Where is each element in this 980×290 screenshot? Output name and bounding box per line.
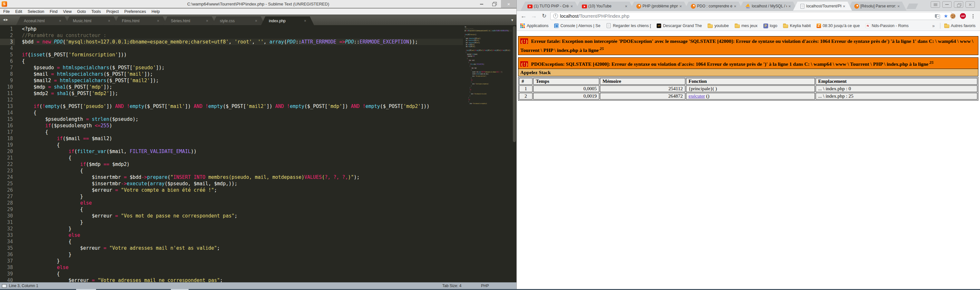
line-number: 12 bbox=[0, 97, 15, 103]
code-line: $erreur = "Votre adresses mail n'est as … bbox=[22, 245, 463, 251]
tab-list-button[interactable] bbox=[931, 1, 940, 8]
function-link[interactable]: exécuter bbox=[689, 93, 705, 98]
stack-column-header: # bbox=[519, 78, 533, 85]
tab-close-icon[interactable]: × bbox=[206, 19, 208, 23]
bookmark-item[interactable]: logo bbox=[764, 23, 778, 29]
code-line: $pseudolength = strlen($pseudo); bbox=[22, 116, 463, 122]
code-line: } bbox=[22, 251, 463, 258]
bookmark-item[interactable]: youtube bbox=[708, 23, 729, 28]
tab-close-icon[interactable]: × bbox=[59, 19, 61, 23]
code-area[interactable]: <?php//Paramètre au constructeur :$bdd =… bbox=[22, 26, 463, 282]
menu-item-file[interactable]: File bbox=[3, 10, 10, 14]
tab-close-icon[interactable]: × bbox=[108, 19, 110, 23]
menu-item-selection[interactable]: Selection bbox=[28, 10, 44, 14]
tab-close-icon[interactable]: × bbox=[625, 4, 627, 9]
menu-item-view[interactable]: View bbox=[63, 10, 72, 14]
close-button[interactable]: × bbox=[501, 0, 516, 8]
bookmarks-overflow-icon[interactable]: » bbox=[932, 23, 935, 29]
menu-item-preferences[interactable]: Preferences bbox=[124, 10, 146, 14]
browser-tab[interactable]: (10) YouTube× bbox=[575, 2, 634, 11]
bookmark-item[interactable]: Regarder les chiens [ bbox=[606, 23, 651, 28]
forward-button[interactable]: → bbox=[530, 11, 538, 21]
minimize-button[interactable] bbox=[942, 1, 951, 8]
editor-tab-music.html[interactable]: Music.html× bbox=[65, 16, 118, 25]
editor-tab-films.html[interactable]: Films.html× bbox=[114, 16, 167, 25]
bookmark-item[interactable]: Applications bbox=[520, 23, 548, 29]
browser-tab[interactable]: PHP (problème phpm× bbox=[630, 2, 689, 11]
sublime-titlebar[interactable]: S C:\wamp64\www\Tourrent\PHP\index.php -… bbox=[0, 0, 516, 8]
browser-tab[interactable]: [Résolu] Parse error: s× bbox=[848, 2, 907, 11]
tab-close-icon[interactable]: × bbox=[679, 4, 682, 9]
bookmark-item[interactable]: 08:30 jusqu'à ce que bbox=[816, 23, 860, 28]
youtube-icon bbox=[582, 5, 587, 8]
vintage-mode-icon[interactable] bbox=[2, 284, 6, 288]
address-bar[interactable]: localhost/Tourrent/PHP/index.php bbox=[550, 12, 952, 20]
tab-size-indicator[interactable]: Tab Size: 4 bbox=[442, 284, 461, 288]
sublime-menubar: FileEditSelectionFindViewGotoToolsProjec… bbox=[0, 8, 516, 14]
line-number: 38 bbox=[0, 264, 15, 271]
bookmark-item[interactable]: Console | Aternos | Se bbox=[554, 23, 600, 28]
scrollbar-thumb[interactable] bbox=[513, 26, 516, 142]
minimap[interactable]: <?php//Paramètre au constructeur :$bdd =… bbox=[465, 26, 512, 282]
bookmark-item[interactable]: Nds-Passion - Roms bbox=[865, 23, 909, 28]
bookmark-label: Applications bbox=[527, 24, 548, 28]
restore-button[interactable] bbox=[488, 0, 501, 8]
chrome-menu-icon[interactable] bbox=[970, 14, 975, 19]
code-editor[interactable]: 1234567891011121314151617181920212223242… bbox=[0, 25, 516, 282]
code-line: $mdp = sha1($_POST['mdp']); bbox=[22, 84, 463, 90]
translate-icon[interactable] bbox=[935, 14, 940, 19]
tab-scroll-arrows-icon[interactable]: ◀▶ bbox=[3, 18, 9, 21]
code-line: } bbox=[22, 258, 463, 264]
editor-tab-index.php[interactable]: index.php× bbox=[261, 16, 314, 25]
browser-tab[interactable]: (1) TUTO PHP - Crée× bbox=[520, 2, 580, 11]
adblock-extension-icon[interactable] bbox=[960, 13, 966, 19]
minimize-button[interactable] bbox=[475, 0, 488, 8]
other-bookmarks-button[interactable]: Autres favoris bbox=[944, 23, 975, 28]
browser-tab[interactable]: localhost / MySQL / e× bbox=[738, 2, 797, 11]
line-number: 37 bbox=[0, 258, 15, 264]
stack-time: 0,0019 bbox=[533, 93, 599, 100]
page-info-icon[interactable] bbox=[553, 14, 558, 18]
page-content: ( ! )Erreur fatale: Exception non interc… bbox=[517, 31, 980, 289]
menu-item-help[interactable]: Help bbox=[151, 10, 160, 14]
restore-button[interactable] bbox=[954, 1, 963, 8]
editor-tab-style.css[interactable]: style.css× bbox=[212, 16, 265, 25]
menu-item-tools[interactable]: Tools bbox=[91, 10, 100, 14]
url-text[interactable]: localhost/Tourrent/PHP/index.php bbox=[560, 14, 629, 19]
new-tab-button[interactable] bbox=[907, 3, 918, 9]
stack-function: {principale}( ) bbox=[686, 86, 815, 92]
tab-close-icon[interactable]: × bbox=[788, 4, 791, 9]
menu-item-goto[interactable]: Goto bbox=[77, 10, 86, 14]
tab-close-icon[interactable]: × bbox=[570, 4, 573, 9]
tab-close-icon[interactable]: × bbox=[734, 4, 736, 9]
menu-item-edit[interactable]: Edit bbox=[15, 10, 22, 14]
bookmark-item[interactable]: Keylia habit bbox=[783, 23, 811, 28]
browser-tab[interactable]: localhost/Tourrent/PH× bbox=[793, 2, 852, 11]
editor-tab-séries.html[interactable]: Séries.html× bbox=[163, 16, 216, 25]
bookmark-item[interactable]: Descargar Grand The bbox=[657, 23, 702, 28]
bookmark-item[interactable]: mes jeux bbox=[735, 23, 757, 28]
tab-close-icon[interactable]: × bbox=[897, 4, 900, 9]
stack-column-header: Emplacement bbox=[816, 78, 977, 85]
editor-tab-acceuil.html[interactable]: Acceuil.html× bbox=[16, 16, 69, 25]
menu-item-find[interactable]: Find bbox=[49, 10, 57, 14]
tab-close-icon[interactable]: × bbox=[304, 19, 306, 23]
reload-button[interactable]: ↻ bbox=[540, 11, 548, 21]
back-button[interactable]: ← bbox=[519, 11, 528, 21]
cookie-extension-icon[interactable] bbox=[950, 14, 956, 19]
bookmark-star-icon[interactable] bbox=[943, 14, 948, 19]
close-button[interactable] bbox=[966, 1, 975, 8]
editor-scrollbar[interactable] bbox=[512, 25, 516, 282]
browser-tab[interactable]: PDO : comprendre et× bbox=[684, 2, 743, 11]
table-row: 20,0019264872exécuter ()... \ index.php … bbox=[519, 93, 977, 100]
tab-close-icon[interactable]: × bbox=[157, 19, 159, 23]
line-number: 23 bbox=[0, 168, 15, 174]
syntax-indicator[interactable]: PHP bbox=[481, 284, 489, 288]
tab-close-icon[interactable]: × bbox=[255, 19, 257, 23]
cursor-position: Line 3, Column 1 bbox=[9, 284, 38, 288]
line-number: 13 bbox=[0, 103, 15, 109]
menu-item-project[interactable]: Project bbox=[107, 10, 119, 14]
tab-overflow-icon[interactable]: ▼ bbox=[511, 18, 514, 22]
line-number: 14 bbox=[0, 109, 15, 116]
tab-close-icon[interactable]: × bbox=[843, 4, 845, 9]
